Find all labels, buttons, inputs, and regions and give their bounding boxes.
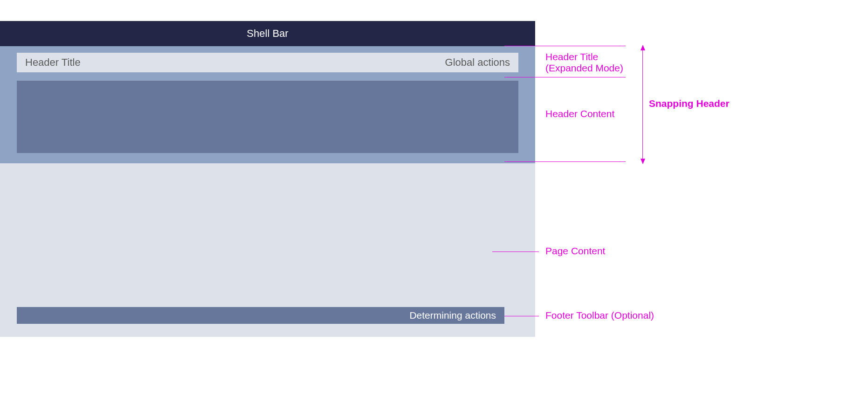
arrow-up-icon xyxy=(641,45,645,50)
annotation-line xyxy=(504,77,626,77)
arrow-down-icon xyxy=(641,159,645,164)
header-title-bar: Header Title Global actions xyxy=(17,53,518,72)
header-title-label: Header Title xyxy=(25,56,81,69)
shell-bar-label: Shell Bar xyxy=(247,28,288,39)
shell-bar: Shell Bar xyxy=(0,21,535,46)
page-content-area: Determining actions xyxy=(0,163,535,337)
annotation-header-title: Header Title (Expanded Mode) xyxy=(545,51,623,74)
annotation-line xyxy=(492,251,539,252)
annotation-header-content: Header Content xyxy=(545,108,614,119)
header-area: Header Title Global actions xyxy=(0,46,535,163)
page-layout-diagram: Shell Bar Header Title Global actions De… xyxy=(0,21,535,337)
annotation-line xyxy=(504,161,626,162)
annotation-line xyxy=(504,46,626,46)
annotation-snapping-header: Snapping Header xyxy=(649,98,730,109)
global-actions-label: Global actions xyxy=(445,56,510,69)
footer-toolbar: Determining actions xyxy=(17,307,504,324)
header-content-block xyxy=(17,81,518,153)
annotation-footer-toolbar: Footer Toolbar (Optional) xyxy=(545,310,654,321)
footer-actions-label: Determining actions xyxy=(409,310,496,321)
bracket-line xyxy=(642,47,643,161)
annotation-page-content: Page Content xyxy=(545,245,605,257)
annotation-line xyxy=(504,316,539,316)
